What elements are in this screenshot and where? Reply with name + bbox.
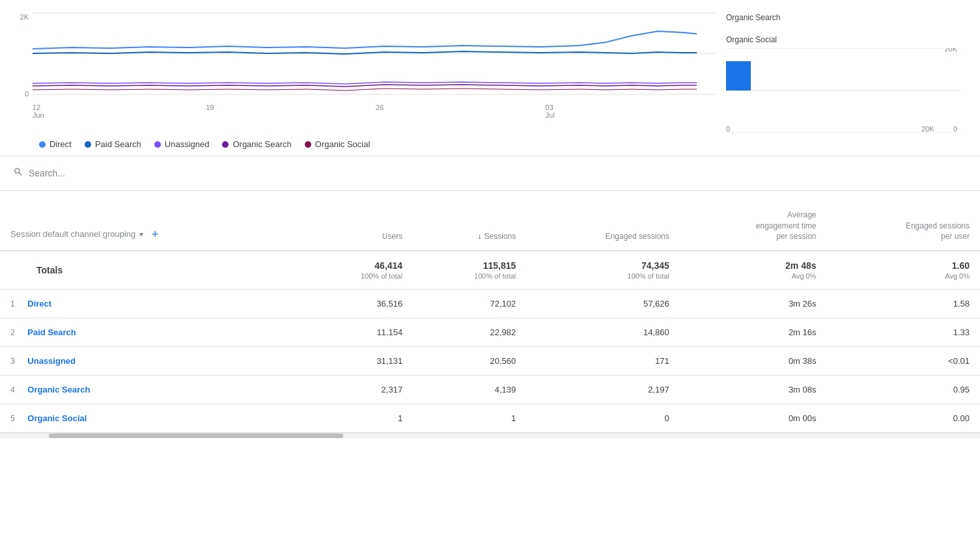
row-sessions: 72,102 xyxy=(413,290,526,318)
row-avg-engagement: 3m 26s xyxy=(680,290,827,318)
row-engaged-per-user: 0.95 xyxy=(827,376,980,404)
row-users: 11,154 xyxy=(300,318,413,347)
row-users: 31,131 xyxy=(300,347,413,376)
search-input[interactable] xyxy=(29,168,276,178)
row-engaged-sessions: 57,626 xyxy=(526,290,679,318)
sessions-column-header[interactable]: ↓ Sessions xyxy=(413,191,526,251)
users-column-header[interactable]: Users xyxy=(300,191,413,251)
table-row: 2 Paid Search 11,154 22,982 14,860 2m 16… xyxy=(0,318,980,347)
row-sessions: 1 xyxy=(413,404,526,433)
legend-direct: Direct xyxy=(39,139,72,149)
row-avg-engagement: 0m 38s xyxy=(680,347,827,376)
table-row: 4 Organic Search 2,317 4,139 2,197 3m 08… xyxy=(0,376,980,404)
row-channel-label: 4 Organic Search xyxy=(0,376,300,404)
totals-engaged-sessions: 74,345 100% of total xyxy=(526,251,679,290)
legend-organic-search: Organic Search xyxy=(222,139,291,149)
avg-engagement-column-header[interactable]: Average engagement time per session xyxy=(680,191,827,251)
dropdown-arrow-icon: ▾ xyxy=(139,229,143,240)
row-avg-engagement: 3m 08s xyxy=(680,376,827,404)
chart-legend: Direct Paid Search Unassigned Organic Se… xyxy=(0,133,980,156)
engaged-sessions-column-header[interactable]: Engaged sessions xyxy=(526,191,679,251)
svg-text:20K: 20K xyxy=(921,125,934,133)
legend-organic-social: Organic Social xyxy=(305,139,371,149)
row-avg-engagement: 0m 00s xyxy=(680,404,827,433)
row-engaged-sessions: 0 xyxy=(526,404,679,433)
table-row: 5 Organic Social 1 1 0 0m 00s 0.00 xyxy=(0,404,980,433)
bar-label-organic-social: Organic Social xyxy=(726,35,967,44)
search-icon xyxy=(13,167,23,180)
svg-rect-6 xyxy=(726,61,751,90)
y-axis-left: 2K 0 xyxy=(0,13,29,98)
row-channel-label: 1 Direct xyxy=(0,290,300,318)
row-engaged-per-user: 1.58 xyxy=(827,290,980,318)
row-users: 1 xyxy=(300,404,413,433)
row-users: 36,516 xyxy=(300,290,413,318)
table-row: 3 Unassigned 31,131 20,560 171 0m 38s <0… xyxy=(0,347,980,376)
row-sessions: 20,560 xyxy=(413,347,526,376)
row-engaged-per-user: 0.00 xyxy=(827,404,980,433)
totals-avg-engagement: 2m 48s Avg 0% xyxy=(680,251,827,290)
bar-chart: 20K 0 0 20K xyxy=(726,48,960,133)
legend-dot-direct xyxy=(39,141,46,148)
row-users: 2,317 xyxy=(300,376,413,404)
data-table: Session default channel grouping ▾ + Use… xyxy=(0,191,980,433)
svg-text:20K: 20K xyxy=(944,48,957,53)
add-dimension-button[interactable]: + xyxy=(147,227,163,242)
row-sessions: 22,982 xyxy=(413,318,526,347)
row-avg-engagement: 2m 16s xyxy=(680,318,827,347)
engaged-per-user-column-header[interactable]: Engaged sessions per user xyxy=(827,191,980,251)
totals-engaged-per-user: 1.60 Avg 0% xyxy=(827,251,980,290)
totals-row: Totals 46,414 100% of total 115,815 100%… xyxy=(0,251,980,290)
legend-dot-paid-search xyxy=(85,141,91,148)
legend-dot-organic-search xyxy=(222,141,229,148)
legend-dot-unassigned xyxy=(154,141,161,148)
x-axis-labels: 12Jun 19 26 03Jul xyxy=(33,101,716,119)
horizontal-scrollbar[interactable] xyxy=(0,433,980,438)
legend-unassigned: Unassigned xyxy=(154,139,210,149)
row-channel-label: 5 Organic Social xyxy=(0,404,300,433)
legend-paid-search: Paid Search xyxy=(85,139,141,149)
totals-label: Totals xyxy=(0,251,300,290)
svg-text:0: 0 xyxy=(726,125,730,133)
row-channel-label: 3 Unassigned xyxy=(0,347,300,376)
row-engaged-sessions: 171 xyxy=(526,347,679,376)
row-channel-label: 2 Paid Search xyxy=(0,318,300,347)
search-bar xyxy=(0,156,980,191)
totals-users: 46,414 100% of total xyxy=(300,251,413,290)
svg-text:0: 0 xyxy=(953,125,957,133)
row-engaged-per-user: <0.01 xyxy=(827,347,980,376)
legend-dot-organic-social xyxy=(305,141,311,148)
table-row: 1 Direct 36,516 72,102 57,626 3m 26s 1.5… xyxy=(0,290,980,318)
bar-label-organic-search: Organic Search xyxy=(726,13,967,22)
grouping-column-header: Session default channel grouping ▾ + xyxy=(0,191,300,251)
row-engaged-per-user: 1.33 xyxy=(827,318,980,347)
totals-sessions: 115,815 100% of total xyxy=(413,251,526,290)
row-engaged-sessions: 14,860 xyxy=(526,318,679,347)
row-engaged-sessions: 2,197 xyxy=(526,376,679,404)
sort-arrow-icon: ↓ xyxy=(478,231,482,242)
row-sessions: 4,139 xyxy=(413,376,526,404)
line-chart xyxy=(33,7,716,101)
bar-chart-area: Organic Search Organic Social 20K 0 0 20… xyxy=(720,7,980,133)
